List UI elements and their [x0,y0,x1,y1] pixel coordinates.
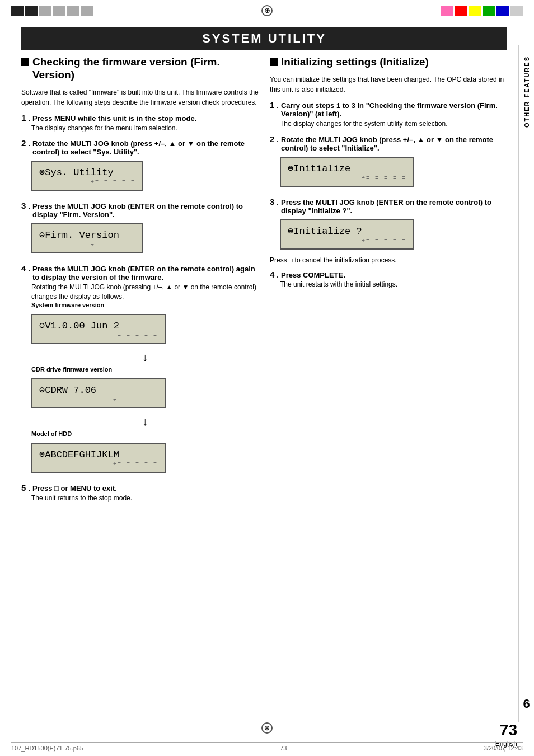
right-section-heading: Initializing settings (Initialize) [270,56,507,69]
sidebar-label: OTHER FEATURES [523,56,530,128]
left-step-2-header: 2. Rotate the MULTI JOG knob (press +/–,… [21,138,259,156]
lcd-cdr-text: ⊜CDRW 7.06 [39,384,96,396]
lcd-sys-utility: ⊜Sys. Utility ÷= = = = = [31,161,143,191]
lcd-line-v1: ⊜V1.0.00 Jun 2 [39,320,158,331]
block1 [11,6,24,16]
left-step-3-label: Press the MULTI JOG knob (ENTER on the r… [32,202,259,219]
sub-label-cdr: CDR drive firmware version [31,366,259,373]
left-border [0,0,10,756]
lcd-v1-text: ⊜V1.0.00 Jun 2 [39,320,119,331]
lcd-dots-v1: ÷= = = = = [39,332,158,339]
right-section-title: Initializing settings (Initialize) [281,56,429,69]
color-gray [510,6,523,16]
block6 [81,6,93,16]
page-number: 73 [500,721,517,739]
left-step-5-label: Press □ or MENU to exit. [32,484,117,492]
left-step-4-header: 4. Press the MULTI JOG knob (ENTER on th… [21,264,259,281]
left-section-title: Checking the firmware version (Firm. Ver… [32,56,259,82]
right-step-3: 3. Press the MULTI JOG knob (ENTER on th… [270,197,507,264]
lcd-dots-init-q: ÷= = = = = [288,238,406,244]
r-step-num-3: 3 [270,197,274,206]
color-blue [496,6,509,16]
bottom-circle-icon: ⊕ [261,722,273,734]
lcd-line-firm: ⊜Firm. Version [39,229,135,241]
block3 [39,6,51,16]
lcd-firm-text: ⊜Firm. Version [39,229,119,241]
left-column: Checking the firmware version (Firm. Ver… [21,56,259,509]
page-title-banner: SYSTEM UTILITY [21,27,507,50]
step-num-4: 4 [21,264,26,273]
step-num-3: 3 [21,201,26,210]
lcd-line-cdr: ⊜CDRW 7.06 [39,384,158,396]
right-step-4-desc: The unit restarts with the initial setti… [280,280,507,288]
color-yellow [469,6,481,16]
top-bar-blocks-right [441,6,523,16]
footer: 107_HD1500(E)71-75.p65 73 3/20/05, 12:43 [11,742,523,752]
left-step-3: 3. Press the MULTI JOG knob (ENTER on th… [21,201,259,258]
arrow-down-2: ↓ [31,415,259,428]
bullet-icon-right [270,58,278,66]
lcd-line-init: ⊜Initialize [288,162,406,174]
step-num-5: 5 [21,483,26,492]
right-column: Initializing settings (Initialize) You c… [270,56,507,509]
right-step-1-desc: The display changes for the system utili… [280,119,507,129]
step-num-2: 2 [21,138,26,148]
lcd-hdd-text: ⊜ABCDEFGHIJKLM [39,448,119,460]
left-section-intro: Software that is called "firmware" is bu… [21,87,259,107]
arrow-down-1: ↓ [31,351,259,364]
right-step-3-header: 3. Press the MULTI JOG knob (ENTER on th… [270,197,507,215]
right-step-2: 2. Rotate the MULTI JOG knob (press +/–,… [270,134,507,191]
left-step-2: 2. Rotate the MULTI JOG knob (press +/–,… [21,138,259,195]
right-step-3-note: Press □ to cancel the initialization pro… [270,256,507,264]
lcd-dots-init: ÷= = = = = [288,175,406,181]
lcd-hdd-model: ⊜ABCDEFGHIJKLM ÷= = = = = [31,443,166,473]
right-step-1: 1. Carry out steps 1 to 3 in "Checking t… [270,100,507,129]
left-step-4-desc: Rotating the MULTI JOG knob (pressing +/… [31,283,259,302]
left-step-1-header: 1. Press MENU while this unit is in the … [21,113,259,123]
lcd-initialize: ⊜Initialize ÷= = = = = [280,157,414,187]
lcd-line-hdd: ⊜ABCDEFGHIJKLM [39,448,158,460]
r-step-num-2: 2 [270,134,274,144]
lcd-init-text: ⊜Initialize [288,162,350,174]
left-step-1-label: Press MENU while this unit is in the sto… [32,114,196,123]
lcd-sys-text: ⊜Sys. Utility [39,166,114,178]
top-bar-blocks-left [11,6,93,16]
content-wrapper: SYSTEM UTILITY Checking the firmware ver… [10,27,518,509]
step-num-1: 1 [21,113,26,123]
right-step-4-header: 4. Press COMPLETE. [270,270,507,279]
sub-label-hdd: Model of HDD [31,430,259,437]
footer-left: 107_HD1500(E)71-75.p65 [11,745,83,752]
color-pink [441,6,453,16]
page-title: SYSTEM UTILITY [202,31,326,45]
main-content: Checking the firmware version (Firm. Ver… [10,56,518,509]
lcd-cdr-version: ⊜CDRW 7.06 ÷= = = = = [31,378,166,408]
left-step-5: 5. Press □ or MENU to exit. The unit ret… [21,483,259,503]
lcd-dots-1: ÷= = = = = [39,179,135,185]
lcd-dots-hdd: ÷= = = = = [39,461,158,467]
block5 [67,6,79,16]
color-red [455,6,467,16]
left-step-4: 4. Press the MULTI JOG knob (ENTER on th… [21,264,259,477]
right-step-4-label: Press COMPLETE. [281,271,345,279]
bottom-circle: ⊕ [261,722,273,734]
left-step-1-desc: The display changes for the menu item se… [31,124,259,133]
chapter-number: 6 [523,697,530,711]
right-step-1-header: 1. Carry out steps 1 to 3 in "Checking t… [270,100,507,118]
sub-label-sys-fw: System firmware version [31,302,259,308]
lcd-line-sys: ⊜Sys. Utility [39,166,135,178]
lcd-initialize-q: ⊜Initialize ? ÷= = = = = [280,219,414,250]
lcd-dots-cdr: ÷= = = = = [39,397,158,403]
bullet-icon [21,58,29,66]
top-center: ⊕ [93,5,441,16]
lcd-firm-version: ⊜Firm. Version ÷= = = = = [31,223,143,253]
right-step-3-label: Press the MULTI JOG knob (ENTER on the r… [281,198,507,215]
lcd-dots-2: ÷= = = = = [39,242,135,248]
left-section-heading: Checking the firmware version (Firm. Ver… [21,56,259,82]
top-bar: ⊕ [0,0,534,21]
right-step-2-label: Rotate the MULTI JOG knob (press +/–, ▲ … [281,135,507,152]
right-step-1-label: Carry out steps 1 to 3 in "Checking the … [281,101,507,118]
left-step-4-label: Press the MULTI JOG knob (ENTER on the r… [32,265,259,281]
left-step-2-label: Rotate the MULTI JOG knob (press +/–, ▲ … [32,139,259,156]
block4 [53,6,65,16]
right-step-4: 4. Press COMPLETE. The unit restarts wit… [270,270,507,288]
